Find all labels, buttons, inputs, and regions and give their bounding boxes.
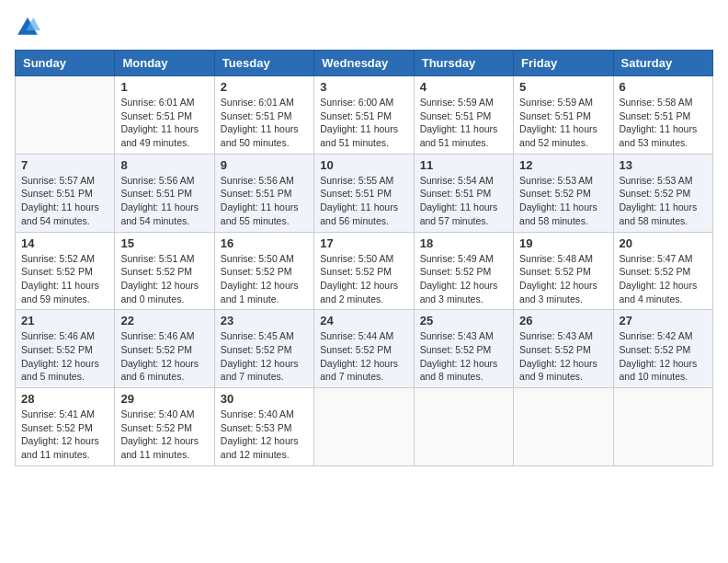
logo [15, 15, 44, 40]
day-number: 27 [620, 314, 707, 327]
day-number: 25 [420, 314, 507, 327]
day-info: Sunrise: 5:56 AM Sunset: 5:51 PM Dayligh… [120, 174, 208, 228]
week-row-2: 7Sunrise: 5:57 AM Sunset: 5:51 PM Daylig… [16, 154, 713, 232]
day-info: Sunrise: 5:46 AM Sunset: 5:52 PM Dayligh… [21, 329, 108, 384]
week-row-1: 1Sunrise: 6:01 AM Sunset: 5:51 PM Daylig… [16, 76, 713, 155]
day-number: 26 [519, 314, 607, 327]
day-number: 11 [420, 158, 507, 172]
day-info: Sunrise: 5:51 AM Sunset: 5:52 PM Dayligh… [120, 252, 208, 306]
day-info: Sunrise: 5:56 AM Sunset: 5:51 PM Dayligh… [221, 174, 308, 228]
day-number: 30 [221, 392, 308, 406]
day-number: 29 [120, 392, 208, 406]
day-number: 19 [519, 236, 607, 250]
day-number: 15 [120, 236, 208, 250]
day-number: 22 [120, 314, 208, 327]
day-info: Sunrise: 5:45 AM Sunset: 5:52 PM Dayligh… [221, 329, 308, 384]
day-cell: 4Sunrise: 5:59 AM Sunset: 5:51 PM Daylig… [414, 76, 513, 155]
day-info: Sunrise: 5:42 AM Sunset: 5:52 PM Dayligh… [620, 329, 707, 384]
day-info: Sunrise: 5:40 AM Sunset: 5:52 PM Dayligh… [120, 408, 208, 462]
day-info: Sunrise: 5:59 AM Sunset: 5:51 PM Dayligh… [420, 96, 507, 150]
day-cell [16, 76, 115, 155]
week-row-4: 21Sunrise: 5:46 AM Sunset: 5:52 PM Dayli… [16, 310, 713, 388]
day-info: Sunrise: 5:43 AM Sunset: 5:52 PM Dayligh… [420, 329, 507, 384]
header-wednesday: Wednesday [314, 51, 414, 76]
day-cell [314, 388, 414, 466]
week-row-5: 28Sunrise: 5:41 AM Sunset: 5:52 PM Dayli… [16, 388, 713, 466]
day-number: 1 [120, 80, 208, 94]
day-cell: 22Sunrise: 5:46 AM Sunset: 5:52 PM Dayli… [115, 310, 214, 388]
day-info: Sunrise: 5:49 AM Sunset: 5:52 PM Dayligh… [420, 252, 507, 306]
day-cell: 28Sunrise: 5:41 AM Sunset: 5:52 PM Dayli… [16, 388, 115, 466]
day-cell [613, 388, 712, 466]
calendar: SundayMondayTuesdayWednesdayThursdayFrid… [15, 50, 713, 466]
day-info: Sunrise: 6:00 AM Sunset: 5:51 PM Dayligh… [320, 96, 407, 150]
day-cell [514, 388, 613, 466]
day-info: Sunrise: 5:44 AM Sunset: 5:52 PM Dayligh… [320, 329, 407, 384]
day-cell: 13Sunrise: 5:53 AM Sunset: 5:52 PM Dayli… [613, 154, 712, 232]
day-number: 14 [21, 236, 108, 250]
day-info: Sunrise: 5:58 AM Sunset: 5:51 PM Dayligh… [620, 96, 707, 150]
day-info: Sunrise: 6:01 AM Sunset: 5:51 PM Dayligh… [120, 96, 208, 150]
day-cell: 5Sunrise: 5:59 AM Sunset: 5:51 PM Daylig… [514, 76, 613, 155]
day-cell: 26Sunrise: 5:43 AM Sunset: 5:52 PM Dayli… [514, 310, 613, 388]
day-number: 24 [320, 314, 407, 327]
day-cell: 6Sunrise: 5:58 AM Sunset: 5:51 PM Daylig… [613, 76, 712, 155]
day-info: Sunrise: 5:52 AM Sunset: 5:52 PM Dayligh… [21, 252, 108, 306]
day-cell: 17Sunrise: 5:50 AM Sunset: 5:52 PM Dayli… [314, 232, 414, 310]
day-cell: 25Sunrise: 5:43 AM Sunset: 5:52 PM Dayli… [414, 310, 513, 388]
day-number: 18 [420, 236, 507, 250]
day-cell: 27Sunrise: 5:42 AM Sunset: 5:52 PM Dayli… [613, 310, 712, 388]
day-cell: 21Sunrise: 5:46 AM Sunset: 5:52 PM Dayli… [16, 310, 115, 388]
day-cell: 30Sunrise: 5:40 AM Sunset: 5:53 PM Dayli… [214, 388, 313, 466]
day-cell: 8Sunrise: 5:56 AM Sunset: 5:51 PM Daylig… [115, 154, 214, 232]
day-info: Sunrise: 5:41 AM Sunset: 5:52 PM Dayligh… [21, 408, 108, 462]
day-info: Sunrise: 5:48 AM Sunset: 5:52 PM Dayligh… [519, 252, 607, 306]
day-info: Sunrise: 5:50 AM Sunset: 5:52 PM Dayligh… [221, 252, 308, 306]
day-info: Sunrise: 5:59 AM Sunset: 5:51 PM Dayligh… [519, 96, 607, 150]
day-number: 12 [519, 158, 607, 172]
day-cell: 16Sunrise: 5:50 AM Sunset: 5:52 PM Dayli… [214, 232, 313, 310]
day-info: Sunrise: 5:57 AM Sunset: 5:51 PM Dayligh… [21, 174, 108, 228]
day-number: 7 [21, 158, 108, 172]
day-cell: 14Sunrise: 5:52 AM Sunset: 5:52 PM Dayli… [16, 232, 115, 310]
day-info: Sunrise: 5:53 AM Sunset: 5:52 PM Dayligh… [519, 174, 607, 228]
day-info: Sunrise: 5:47 AM Sunset: 5:52 PM Dayligh… [620, 252, 707, 306]
day-info: Sunrise: 5:55 AM Sunset: 5:51 PM Dayligh… [320, 174, 407, 228]
day-cell: 29Sunrise: 5:40 AM Sunset: 5:52 PM Dayli… [115, 388, 214, 466]
day-info: Sunrise: 5:43 AM Sunset: 5:52 PM Dayligh… [519, 329, 607, 384]
day-cell: 9Sunrise: 5:56 AM Sunset: 5:51 PM Daylig… [214, 154, 313, 232]
day-info: Sunrise: 6:01 AM Sunset: 5:51 PM Dayligh… [221, 96, 308, 150]
day-number: 2 [221, 80, 308, 94]
day-number: 5 [519, 80, 607, 94]
day-number: 28 [21, 392, 108, 406]
day-number: 13 [620, 158, 707, 172]
day-info: Sunrise: 5:50 AM Sunset: 5:52 PM Dayligh… [320, 252, 407, 306]
day-cell: 20Sunrise: 5:47 AM Sunset: 5:52 PM Dayli… [613, 232, 712, 310]
logo-icon [15, 15, 40, 40]
day-info: Sunrise: 5:53 AM Sunset: 5:52 PM Dayligh… [620, 174, 707, 228]
day-info: Sunrise: 5:54 AM Sunset: 5:51 PM Dayligh… [420, 174, 507, 228]
day-number: 16 [221, 236, 308, 250]
day-cell [414, 388, 513, 466]
day-cell: 12Sunrise: 5:53 AM Sunset: 5:52 PM Dayli… [514, 154, 613, 232]
week-row-3: 14Sunrise: 5:52 AM Sunset: 5:52 PM Dayli… [16, 232, 713, 310]
day-number: 3 [320, 80, 407, 94]
header-friday: Friday [514, 51, 613, 76]
day-info: Sunrise: 5:40 AM Sunset: 5:53 PM Dayligh… [221, 408, 308, 462]
header-monday: Monday [115, 51, 214, 76]
day-info: Sunrise: 5:46 AM Sunset: 5:52 PM Dayligh… [120, 329, 208, 384]
header-sunday: Sunday [16, 51, 115, 76]
header-tuesday: Tuesday [214, 51, 313, 76]
day-number: 17 [320, 236, 407, 250]
header-saturday: Saturday [613, 51, 712, 76]
day-number: 20 [620, 236, 707, 250]
page-header [15, 15, 713, 40]
day-cell: 1Sunrise: 6:01 AM Sunset: 5:51 PM Daylig… [115, 76, 214, 155]
day-number: 4 [420, 80, 507, 94]
day-cell: 23Sunrise: 5:45 AM Sunset: 5:52 PM Dayli… [214, 310, 313, 388]
day-number: 9 [221, 158, 308, 172]
day-cell: 18Sunrise: 5:49 AM Sunset: 5:52 PM Dayli… [414, 232, 513, 310]
day-number: 23 [221, 314, 308, 327]
day-cell: 10Sunrise: 5:55 AM Sunset: 5:51 PM Dayli… [314, 154, 414, 232]
day-cell: 11Sunrise: 5:54 AM Sunset: 5:51 PM Dayli… [414, 154, 513, 232]
